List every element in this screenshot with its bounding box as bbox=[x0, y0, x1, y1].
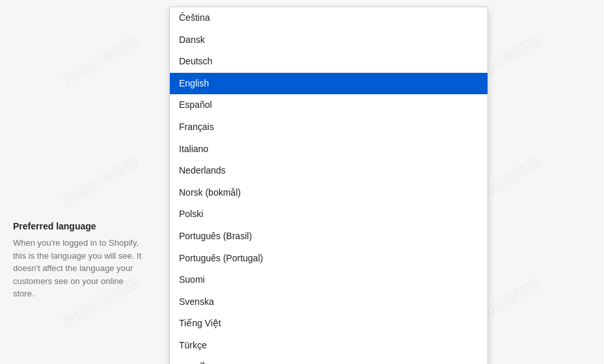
language-option-fi[interactable]: Suomi bbox=[170, 269, 487, 291]
language-option-nl[interactable]: Nederlands bbox=[170, 160, 487, 182]
language-option-es[interactable]: Español bbox=[170, 94, 487, 116]
language-option-cs[interactable]: Čeština bbox=[170, 7, 487, 29]
language-option-en[interactable]: English bbox=[170, 73, 487, 95]
main-content: ČeštinaDanskDeutschEnglishEspañolFrançai… bbox=[169, 6, 591, 364]
language-option-it[interactable]: Italiano bbox=[170, 138, 487, 161]
language-option-pl[interactable]: Polski bbox=[170, 203, 487, 226]
sidebar-text: When you're logged in to Shopify, this i… bbox=[13, 237, 143, 300]
sidebar-title: Preferred language bbox=[13, 221, 143, 231]
language-option-th[interactable]: ภาษาไทย bbox=[170, 357, 487, 365]
language-option-pt-PT[interactable]: Português (Portugal) bbox=[170, 248, 487, 270]
sidebar-description: Preferred language When you're logged in… bbox=[13, 6, 143, 364]
language-dropdown-list[interactable]: ČeštinaDanskDeutschEnglishEspañolFrançai… bbox=[169, 6, 488, 364]
language-option-tr[interactable]: Türkçe bbox=[170, 335, 487, 357]
language-option-fr[interactable]: Français bbox=[170, 116, 487, 138]
language-option-nb[interactable]: Norsk (bokmål) bbox=[170, 182, 487, 204]
language-option-pt-BR[interactable]: Português (Brasil) bbox=[170, 226, 487, 248]
language-option-sv[interactable]: Svenska bbox=[170, 291, 487, 313]
language-option-vi[interactable]: Tiếng Việt bbox=[170, 313, 487, 335]
language-option-de[interactable]: Deutsch bbox=[170, 51, 487, 73]
language-option-da[interactable]: Dansk bbox=[170, 29, 487, 51]
